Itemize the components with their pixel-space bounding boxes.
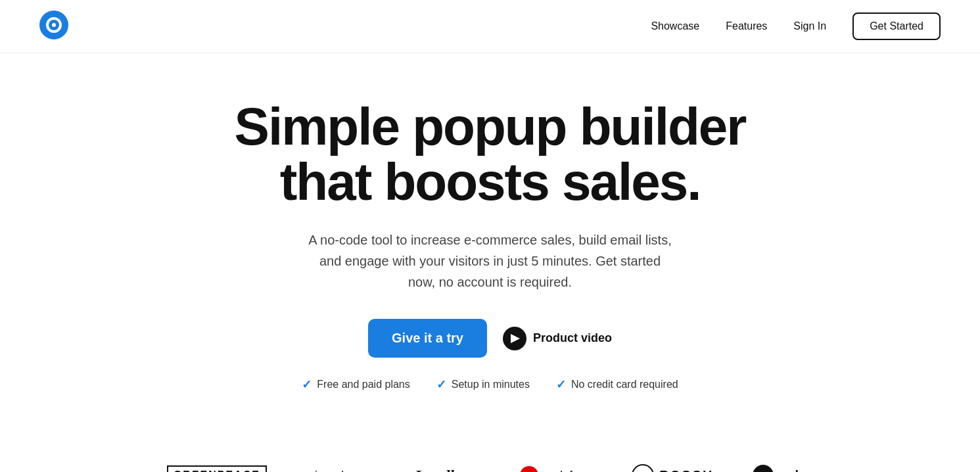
logo-vodafone: ◎ vodafone xyxy=(520,466,592,472)
logo-wienerberger: wienerberger xyxy=(306,469,375,473)
feature-setup: ✓ Setup in minutes xyxy=(436,377,530,392)
product-video-label: Product video xyxy=(533,331,612,345)
check-icon-3: ✓ xyxy=(556,377,566,392)
logo-greenpeace: GREENPEACE xyxy=(167,465,267,472)
product-video-button[interactable]: Product video xyxy=(503,327,612,350)
feature-label-1: Free and paid plans xyxy=(317,379,409,390)
logo-zolar: Z zolar xyxy=(753,465,813,472)
vodafone-icon: ◎ xyxy=(520,466,538,472)
hero-title: Simple popup builder that boosts sales. xyxy=(227,99,753,210)
logos-row: GREENPEACE wienerberger Lundhags ◎ vodaf… xyxy=(39,464,941,472)
nav-get-started-button[interactable]: Get Started xyxy=(852,12,941,40)
cta-primary-button[interactable]: Give it a try xyxy=(368,319,487,358)
cta-group: Give it a try Product video xyxy=(13,319,967,358)
nav-links: Showcase Features Sign In Get Started xyxy=(651,12,941,40)
bosch-icon: ⊕ xyxy=(632,464,654,472)
zolar-icon: Z xyxy=(753,465,774,472)
svg-point-2 xyxy=(52,23,56,27)
feature-no-cc: ✓ No credit card required xyxy=(556,377,678,392)
check-icon-2: ✓ xyxy=(436,377,446,392)
feature-label-3: No credit card required xyxy=(571,379,678,390)
logos-section: GREENPEACE wienerberger Lundhags ◎ vodaf… xyxy=(0,451,980,472)
hero-section: Simple popup builder that boosts sales. … xyxy=(0,53,980,451)
hero-subtitle: A no-code tool to increase e-commerce sa… xyxy=(306,229,674,293)
logo-lundhags: Lundhags xyxy=(415,467,480,473)
navbar: Showcase Features Sign In Get Started xyxy=(0,0,980,53)
feature-label-2: Setup in minutes xyxy=(452,379,530,390)
play-icon xyxy=(503,327,526,350)
nav-signin[interactable]: Sign In xyxy=(793,20,826,32)
check-icon-1: ✓ xyxy=(302,377,312,392)
logo[interactable] xyxy=(39,11,68,42)
logo-bosch: ⊕ BOSCH xyxy=(632,464,713,472)
nav-showcase[interactable]: Showcase xyxy=(651,20,699,32)
nav-features[interactable]: Features xyxy=(726,20,767,32)
features-row: ✓ Free and paid plans ✓ Setup in minutes… xyxy=(13,377,967,392)
feature-free-plans: ✓ Free and paid plans xyxy=(302,377,409,392)
